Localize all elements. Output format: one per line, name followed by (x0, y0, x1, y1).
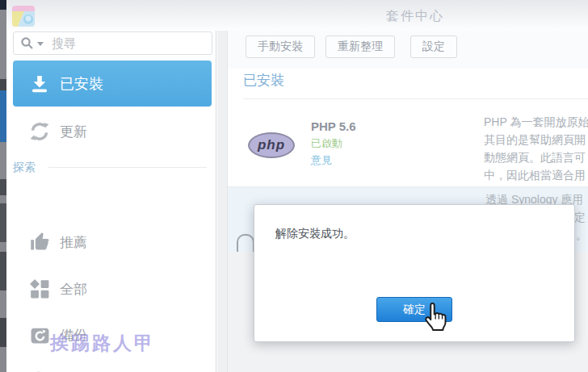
desktop-edge-seg (0, 318, 6, 347)
sidebar-item-recommended[interactable]: 推薦 (13, 224, 212, 261)
partial-package-icon (237, 234, 254, 252)
php-logo-text: php (258, 137, 285, 153)
desktop-edge-seg (0, 179, 6, 195)
thumbs-up-icon (27, 232, 52, 253)
sidebar-section-explore: 探索 (13, 160, 212, 176)
search-scope-caret-icon[interactable] (37, 42, 44, 46)
description-line: 其目的是幫助網頁開 (484, 131, 588, 148)
package-name: PHP 5.6 (311, 119, 356, 133)
description-line: 動態網頁。此語言可 (484, 148, 588, 166)
screen: 套件中心 (0, 0, 588, 372)
content-gutter (217, 31, 227, 372)
message-dialog: 解除安裝成功。 確定 (254, 204, 575, 342)
desktop-edge-seg (0, 0, 6, 10)
sidebar: 已安裝 更新 探索 (6, 31, 216, 372)
sidebar-item-all[interactable]: 全部 (13, 270, 212, 307)
dialog-message: 解除安裝成功。 (275, 227, 355, 241)
section-divider (48, 167, 207, 168)
description-fragment: 定 (574, 211, 586, 225)
manual-install-button[interactable]: 手動安裝 (246, 36, 315, 58)
search-icon (20, 36, 35, 51)
sidebar-item-installed[interactable]: 已安裝 (13, 61, 212, 107)
desktop-edge-seg (0, 203, 6, 242)
package-row-php[interactable]: php PHP 5.6 已啟動 意見 PHP 為一套開放原始 其目的是幫助網頁開… (228, 99, 588, 186)
watermark: 挨踢路人甲 (50, 331, 155, 356)
sidebar-item-update[interactable]: 更新 (13, 113, 212, 150)
toolbar: 手動安裝 重新整理 設定 (228, 31, 588, 69)
refresh-button[interactable]: 重新整理 (326, 36, 395, 58)
desktop-edge (0, 0, 6, 372)
sidebar-section-label: 探索 (13, 161, 36, 173)
search-box[interactable] (13, 31, 212, 55)
package-description: PHP 為一套開放原始 其目的是幫助網頁開 動態網頁。此語言可 中，因此相當適合… (484, 113, 588, 184)
window-title: 套件中心 (386, 8, 444, 25)
update-icon (27, 120, 52, 143)
ok-button[interactable]: 確定 (376, 297, 452, 322)
php-logo-icon: php (248, 132, 295, 158)
sidebar-item-label: 全部 (60, 280, 87, 299)
desktop-edge-seg (0, 90, 6, 142)
description-line: 中，因此相當適合用 (484, 166, 588, 184)
sidebar-item-label: 更新 (60, 123, 87, 141)
sidebar-item-multimedia[interactable]: 多媒體 (13, 363, 212, 372)
desktop-edge-seg (0, 79, 6, 90)
search-input[interactable] (50, 36, 214, 51)
installed-section-title: 已安裝 (243, 71, 284, 90)
desktop-edge-seg (0, 252, 6, 290)
description-fragment: 。 (576, 228, 587, 243)
settings-button[interactable]: 設定 (410, 36, 457, 58)
package-status: 已啟動 (311, 136, 342, 151)
installed-icon (27, 74, 52, 94)
sidebar-item-label: 推薦 (60, 233, 87, 252)
description-line: PHP 為一套開放原始 (484, 113, 588, 131)
sidebar-item-label: 已安裝 (60, 74, 103, 94)
titlebar: 套件中心 (6, 0, 588, 31)
package-center-icon (11, 2, 36, 31)
feedback-link[interactable]: 意見 (311, 153, 332, 168)
backup-icon (27, 325, 52, 345)
grid-icon (27, 278, 52, 299)
